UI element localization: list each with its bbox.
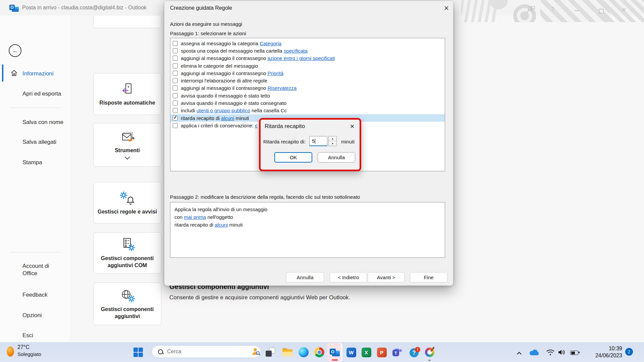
- action-item[interactable]: interrompi l'elaborazione di altre regol…: [170, 77, 445, 84]
- action-item[interactable]: aggiungi al messaggio il contrassegno az…: [170, 55, 445, 62]
- checkbox[interactable]: [173, 123, 178, 128]
- search-input[interactable]: [166, 348, 238, 355]
- start-button[interactable]: [133, 348, 143, 357]
- action-link[interactable]: Categoria: [260, 41, 281, 46]
- sidebar-item-apri-ed-esporta[interactable]: Apri ed esporta: [22, 90, 61, 97]
- checkbox[interactable]: [173, 108, 178, 113]
- sidebar-item-account-di-office[interactable]: Account di Office: [22, 262, 64, 277]
- card-risposte-automatiche[interactable]: Risposte automatiche: [93, 73, 161, 115]
- paint-icon[interactable]: [425, 347, 435, 358]
- minimize-icon[interactable]: [575, 10, 579, 11]
- delay-label: Ritarda recapito di:: [263, 139, 306, 144]
- outlook-app-icon: O: [9, 3, 19, 12]
- teams-icon[interactable]: T: [392, 347, 403, 358]
- feedback-person-icon[interactable]: [527, 5, 535, 13]
- weather-temperature[interactable]: 27°C: [17, 344, 30, 350]
- sidebar-item-esci[interactable]: Esci: [22, 332, 33, 339]
- tray-chevron-up-icon[interactable]: [517, 350, 522, 356]
- outlook-taskbar-active-pill[interactable]: O: [327, 343, 342, 362]
- sidebar-item-stampa[interactable]: Stampa: [22, 159, 42, 166]
- edge-icon[interactable]: [298, 347, 309, 358]
- action-link[interactable]: c: [255, 123, 258, 128]
- home-icon: [10, 69, 18, 77]
- delay-delivery-dialog: Ritarda recapito ✕ Ritarda recapito di: …: [259, 118, 361, 171]
- action-item[interactable]: includi utenti o gruppo pubblico nella c…: [170, 107, 445, 114]
- taskbar: 27°C Soleggiato: [0, 342, 644, 362]
- help-icon[interactable]: ?: [551, 6, 554, 13]
- card-gestisci-componenti-aggiuntivi-com[interactable]: Gestisci componenti aggiuntivi COM: [93, 232, 161, 274]
- dialog-title: Creazione guidata Regole: [170, 5, 232, 11]
- close-icon[interactable]: ✕: [442, 4, 451, 12]
- weather-sun-icon[interactable]: [7, 347, 14, 357]
- rule-description-box[interactable]: Applica la regola all'invio di un messag…: [170, 202, 445, 258]
- action-item[interactable]: sposta una copia del messaggio nella car…: [170, 47, 445, 54]
- back-button[interactable]: ←: [9, 44, 21, 57]
- ok-button[interactable]: OK: [274, 152, 312, 163]
- checkbox[interactable]: [173, 71, 178, 76]
- checkbox[interactable]: [173, 48, 178, 53]
- next-button[interactable]: Avanti >: [368, 272, 405, 283]
- card-gestisci-componenti-aggiuntivi[interactable]: Gestisci componenti aggiuntivi: [93, 283, 161, 325]
- action-item[interactable]: avvisa quando il messaggio è stato conse…: [170, 99, 445, 107]
- rule-link[interactable]: alcuni: [215, 222, 228, 228]
- checkbox[interactable]: [173, 41, 178, 46]
- action-item[interactable]: assegna al messaggio la categoria Catego…: [170, 40, 445, 47]
- action-item[interactable]: avvisa quando il messaggio è stato letto: [170, 92, 445, 99]
- tray-clock[interactable]: 10:39 24/06/2023: [579, 345, 622, 359]
- com-addins-icon: [120, 237, 135, 252]
- cancel-button[interactable]: Annulla: [318, 152, 355, 163]
- checkbox[interactable]: [173, 93, 178, 98]
- action-link[interactable]: specificata: [284, 48, 308, 54]
- file-explorer-icon[interactable]: [282, 347, 293, 358]
- card-strumenti[interactable]: Strumenti: [93, 123, 161, 167]
- search-box[interactable]: [152, 345, 261, 358]
- card-label: Risposte automatiche: [95, 99, 159, 106]
- checkbox[interactable]: [173, 101, 178, 106]
- restore-icon[interactable]: [599, 9, 604, 14]
- onedrive-icon[interactable]: [529, 349, 539, 358]
- cancel-button[interactable]: Annulla: [286, 272, 324, 283]
- close-icon[interactable]: ✕: [622, 6, 626, 13]
- sidebar-item-salva-allegati[interactable]: Salva allegati: [22, 139, 56, 145]
- action-link[interactable]: utenti o gruppo pubblico: [197, 108, 250, 113]
- minutes-stepper[interactable]: ▲ ▼: [328, 136, 337, 146]
- volume-icon[interactable]: [557, 349, 566, 357]
- action-item[interactable]: aggiungi al messaggio il contrassegno Pr…: [170, 69, 445, 77]
- chevron-down-icon: [125, 155, 130, 160]
- minutes-input[interactable]: 5: [309, 136, 327, 146]
- excel-icon[interactable]: X: [361, 347, 372, 358]
- finish-button[interactable]: Fine: [410, 272, 447, 283]
- stepper-up-icon[interactable]: ▲: [329, 136, 336, 141]
- word-icon[interactable]: W: [346, 347, 357, 358]
- action-item[interactable]: aggiungi al messaggio il contrassegno Ri…: [170, 84, 445, 92]
- checkbox[interactable]: [173, 78, 178, 83]
- sidebar-item-opzioni[interactable]: Opzioni: [22, 312, 42, 319]
- checkbox[interactable]: [173, 63, 178, 68]
- sidebar-item-feedback[interactable]: Feedback: [22, 292, 48, 298]
- sidebar-item-informazioni[interactable]: Informazioni: [22, 70, 54, 77]
- powerpoint-icon[interactable]: P: [376, 347, 387, 358]
- action-item[interactable]: elimina le categorie del messaggio: [170, 62, 445, 69]
- sidebar-item-salva-con-nome[interactable]: Salva con nome: [22, 119, 63, 126]
- weather-condition[interactable]: Soleggiato: [17, 351, 41, 357]
- get-help-icon[interactable]: ? !: [410, 347, 420, 358]
- task-view-icon[interactable]: [265, 347, 276, 358]
- notification-count-badge[interactable]: 2: [625, 348, 633, 356]
- chrome-icon[interactable]: [314, 347, 325, 358]
- checkbox[interactable]: [173, 56, 178, 61]
- card-gestisci-regole-e-avvisi[interactable]: Gestisci regole e avvisi: [93, 182, 161, 224]
- wifi-icon[interactable]: [546, 349, 555, 357]
- action-link[interactable]: azione entro i giorni specificati: [268, 55, 335, 61]
- action-link[interactable]: Riservatezza: [268, 85, 297, 91]
- action-link[interactable]: alcuni: [221, 115, 234, 121]
- battery-icon[interactable]: [570, 351, 578, 355]
- rule-link[interactable]: mai prima: [184, 214, 206, 220]
- action-link[interactable]: Priorità: [268, 70, 284, 76]
- close-icon[interactable]: ✕: [348, 122, 356, 130]
- checkbox[interactable]: [173, 85, 178, 90]
- checkbox-checked[interactable]: [173, 116, 178, 121]
- page-description: Consente di gestire e acquisire componen…: [169, 294, 350, 301]
- back-button[interactable]: < Indietro: [330, 272, 367, 283]
- step1-label: Passaggio 1: selezionare le azioni: [170, 31, 246, 36]
- stepper-down-icon[interactable]: ▼: [329, 141, 336, 146]
